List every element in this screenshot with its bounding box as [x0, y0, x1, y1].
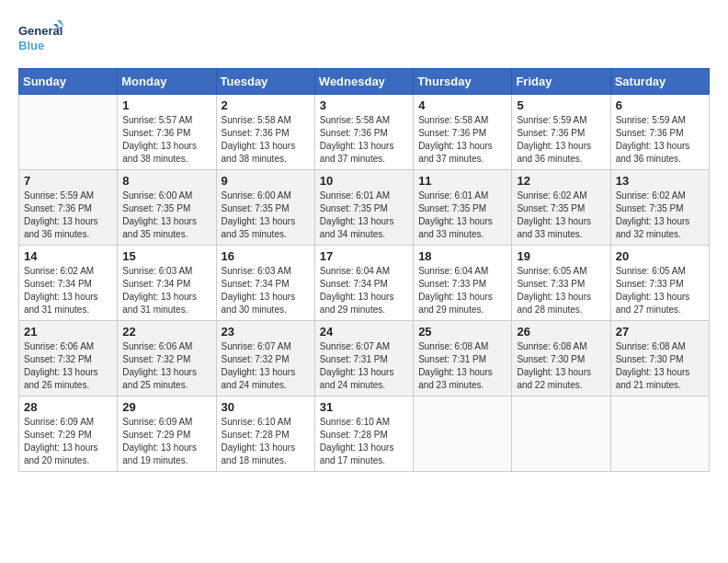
day-number: 24: [320, 325, 408, 339]
cell-info: Sunrise: 6:06 AMSunset: 7:32 PMDaylight:…: [24, 340, 112, 392]
calendar-cell: 2Sunrise: 5:58 AMSunset: 7:36 PMDaylight…: [216, 95, 314, 170]
cell-info: Sunrise: 6:02 AMSunset: 7:35 PMDaylight:…: [517, 190, 605, 241]
day-number: 15: [122, 249, 210, 263]
calendar-cell: 10Sunrise: 6:01 AMSunset: 7:35 PMDayligh…: [314, 170, 413, 246]
weekday-header: Tuesday: [216, 69, 314, 95]
cell-info: Sunrise: 6:07 AMSunset: 7:32 PMDaylight:…: [222, 340, 310, 392]
page-header: General Blue: [18, 18, 710, 59]
cell-info: Sunrise: 6:02 AMSunset: 7:34 PMDaylight:…: [24, 265, 112, 316]
day-number: 31: [320, 400, 408, 414]
day-number: 12: [517, 174, 605, 188]
calendar-cell: 6Sunrise: 5:59 AMSunset: 7:36 PMDaylight…: [610, 95, 709, 170]
weekday-header: Wednesday: [314, 69, 413, 95]
day-number: 28: [24, 400, 112, 414]
calendar-cell: 25Sunrise: 6:08 AMSunset: 7:31 PMDayligh…: [414, 321, 512, 396]
day-number: 23: [222, 325, 310, 339]
day-number: 19: [517, 249, 605, 263]
cell-info: Sunrise: 6:01 AMSunset: 7:35 PMDaylight:…: [320, 190, 408, 241]
cell-info: Sunrise: 5:58 AMSunset: 7:36 PMDaylight:…: [320, 114, 408, 166]
day-number: 29: [122, 400, 210, 414]
cell-info: Sunrise: 6:03 AMSunset: 7:34 PMDaylight:…: [222, 265, 310, 316]
day-number: 8: [122, 174, 210, 188]
cell-info: Sunrise: 6:05 AMSunset: 7:33 PMDaylight:…: [517, 265, 605, 316]
weekday-header: Friday: [512, 69, 610, 95]
weekday-header: Saturday: [610, 69, 709, 95]
calendar-cell: 8Sunrise: 6:00 AMSunset: 7:35 PMDaylight…: [118, 170, 216, 246]
calendar-cell: 30Sunrise: 6:10 AMSunset: 7:28 PMDayligh…: [216, 396, 314, 472]
calendar-cell: 21Sunrise: 6:06 AMSunset: 7:32 PMDayligh…: [19, 321, 118, 396]
calendar-cell: 4Sunrise: 5:58 AMSunset: 7:36 PMDaylight…: [414, 95, 512, 170]
calendar-cell: [610, 396, 709, 472]
cell-info: Sunrise: 6:09 AMSunset: 7:29 PMDaylight:…: [122, 416, 210, 467]
calendar-cell: 12Sunrise: 6:02 AMSunset: 7:35 PMDayligh…: [512, 170, 610, 246]
weekday-header: Thursday: [414, 69, 512, 95]
day-number: 6: [616, 98, 704, 112]
calendar-cell: 22Sunrise: 6:06 AMSunset: 7:32 PMDayligh…: [118, 321, 216, 396]
cell-info: Sunrise: 6:07 AMSunset: 7:31 PMDaylight:…: [320, 340, 408, 392]
cell-info: Sunrise: 6:10 AMSunset: 7:28 PMDaylight:…: [320, 416, 408, 467]
day-number: 18: [418, 249, 506, 263]
calendar-cell: 9Sunrise: 6:00 AMSunset: 7:35 PMDaylight…: [216, 170, 314, 246]
day-number: 21: [24, 325, 112, 339]
day-number: 27: [616, 325, 704, 339]
cell-info: Sunrise: 5:57 AMSunset: 7:36 PMDaylight:…: [122, 114, 210, 166]
weekday-header: Monday: [118, 69, 216, 95]
day-number: 17: [320, 249, 408, 263]
cell-info: Sunrise: 5:58 AMSunset: 7:36 PMDaylight:…: [222, 114, 310, 166]
cell-info: Sunrise: 6:06 AMSunset: 7:32 PMDaylight:…: [122, 340, 210, 392]
cell-info: Sunrise: 6:00 AMSunset: 7:35 PMDaylight:…: [222, 190, 310, 241]
calendar-cell: 20Sunrise: 6:05 AMSunset: 7:33 PMDayligh…: [610, 246, 709, 321]
calendar-cell: 29Sunrise: 6:09 AMSunset: 7:29 PMDayligh…: [118, 396, 216, 472]
calendar-cell: 28Sunrise: 6:09 AMSunset: 7:29 PMDayligh…: [19, 396, 118, 472]
calendar-cell: 15Sunrise: 6:03 AMSunset: 7:34 PMDayligh…: [118, 246, 216, 321]
cell-info: Sunrise: 6:01 AMSunset: 7:35 PMDaylight:…: [418, 190, 506, 241]
day-number: 10: [320, 174, 408, 188]
calendar-cell: [414, 396, 512, 472]
cell-info: Sunrise: 6:05 AMSunset: 7:33 PMDaylight:…: [616, 265, 704, 316]
cell-info: Sunrise: 6:00 AMSunset: 7:35 PMDaylight:…: [122, 190, 210, 241]
logo: General Blue: [18, 18, 64, 59]
calendar-cell: 17Sunrise: 6:04 AMSunset: 7:34 PMDayligh…: [314, 246, 413, 321]
day-number: 14: [24, 249, 112, 263]
cell-info: Sunrise: 6:04 AMSunset: 7:33 PMDaylight:…: [418, 265, 506, 316]
day-number: 3: [320, 98, 408, 112]
calendar-cell: 5Sunrise: 5:59 AMSunset: 7:36 PMDaylight…: [512, 95, 610, 170]
cell-info: Sunrise: 6:08 AMSunset: 7:30 PMDaylight:…: [616, 340, 704, 392]
calendar-cell: 7Sunrise: 5:59 AMSunset: 7:36 PMDaylight…: [19, 170, 118, 246]
calendar-cell: 18Sunrise: 6:04 AMSunset: 7:33 PMDayligh…: [414, 246, 512, 321]
logo-svg: General Blue: [18, 18, 64, 59]
day-number: 22: [122, 325, 210, 339]
calendar-cell: [19, 95, 118, 170]
cell-info: Sunrise: 5:59 AMSunset: 7:36 PMDaylight:…: [517, 114, 605, 166]
calendar-cell: 13Sunrise: 6:02 AMSunset: 7:35 PMDayligh…: [610, 170, 709, 246]
day-number: 13: [616, 174, 704, 188]
day-number: 26: [517, 325, 605, 339]
calendar-cell: 16Sunrise: 6:03 AMSunset: 7:34 PMDayligh…: [216, 246, 314, 321]
cell-info: Sunrise: 5:59 AMSunset: 7:36 PMDaylight:…: [616, 114, 704, 166]
calendar-cell: 24Sunrise: 6:07 AMSunset: 7:31 PMDayligh…: [314, 321, 413, 396]
calendar-cell: 3Sunrise: 5:58 AMSunset: 7:36 PMDaylight…: [314, 95, 413, 170]
day-number: 9: [222, 174, 310, 188]
day-number: 2: [222, 98, 310, 112]
day-number: 16: [222, 249, 310, 263]
svg-text:Blue: Blue: [18, 39, 44, 52]
calendar-cell: 1Sunrise: 5:57 AMSunset: 7:36 PMDaylight…: [118, 95, 216, 170]
calendar-cell: 14Sunrise: 6:02 AMSunset: 7:34 PMDayligh…: [19, 246, 118, 321]
day-number: 11: [418, 174, 506, 188]
cell-info: Sunrise: 6:08 AMSunset: 7:30 PMDaylight:…: [517, 340, 605, 392]
cell-info: Sunrise: 5:58 AMSunset: 7:36 PMDaylight:…: [418, 114, 506, 166]
weekday-header: Sunday: [19, 69, 118, 95]
cell-info: Sunrise: 6:10 AMSunset: 7:28 PMDaylight:…: [222, 416, 310, 467]
day-number: 4: [418, 98, 506, 112]
day-number: 30: [222, 400, 310, 414]
day-number: 25: [418, 325, 506, 339]
cell-info: Sunrise: 5:59 AMSunset: 7:36 PMDaylight:…: [24, 190, 112, 241]
calendar-cell: 26Sunrise: 6:08 AMSunset: 7:30 PMDayligh…: [512, 321, 610, 396]
calendar-table: SundayMondayTuesdayWednesdayThursdayFrid…: [18, 68, 710, 472]
calendar-cell: 27Sunrise: 6:08 AMSunset: 7:30 PMDayligh…: [610, 321, 709, 396]
day-number: 5: [517, 98, 605, 112]
cell-info: Sunrise: 6:04 AMSunset: 7:34 PMDaylight:…: [320, 265, 408, 316]
calendar-cell: 23Sunrise: 6:07 AMSunset: 7:32 PMDayligh…: [216, 321, 314, 396]
cell-info: Sunrise: 6:09 AMSunset: 7:29 PMDaylight:…: [24, 416, 112, 467]
day-number: 20: [616, 249, 704, 263]
